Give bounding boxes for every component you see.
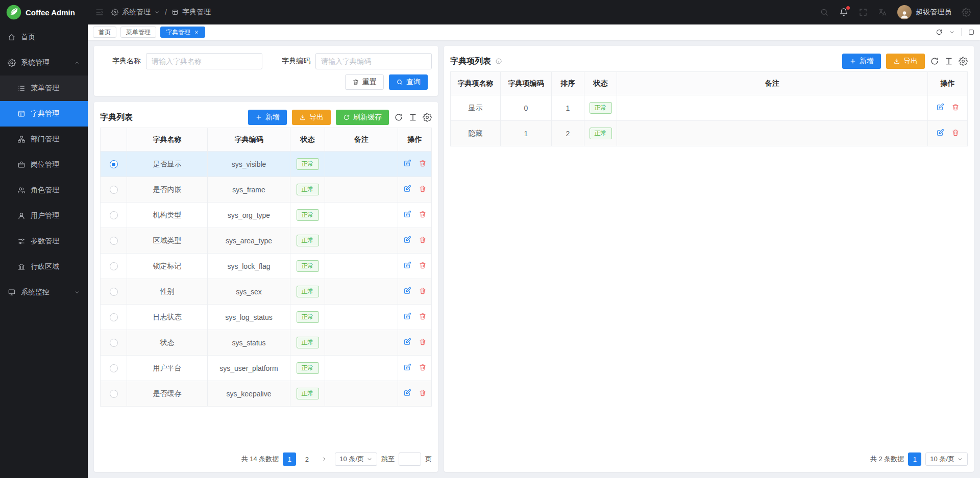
edit-icon[interactable] <box>403 287 411 295</box>
row-radio[interactable] <box>110 211 118 219</box>
sidebar-group-monitor[interactable]: 系统监控 <box>0 280 88 305</box>
tab-dict-mgmt[interactable]: 字典管理 <box>160 27 205 38</box>
row-radio[interactable] <box>110 313 118 321</box>
page-size-select[interactable]: 10 条/页 <box>335 452 377 466</box>
table-row[interactable]: 日志状态 sys_log_status 正常 <box>101 305 432 330</box>
table-row[interactable]: 锁定标记 sys_lock_flag 正常 <box>101 254 432 279</box>
page-button-1[interactable]: 1 <box>908 452 921 466</box>
page-button-2[interactable]: 2 <box>300 452 313 466</box>
delete-icon[interactable] <box>419 389 427 397</box>
row-radio[interactable] <box>110 186 118 194</box>
table-row[interactable]: 性别 sys_sex 正常 <box>101 279 432 305</box>
delete-icon[interactable] <box>419 261 427 269</box>
table-row[interactable]: 是否内嵌 sys_frame 正常 <box>101 177 432 203</box>
add-item-button[interactable]: 新增 <box>842 54 881 69</box>
page-size-select[interactable]: 10 条/页 <box>925 452 968 466</box>
refresh-table-icon[interactable] <box>930 57 939 66</box>
table-row[interactable]: 用户平台 sys_user_platform 正常 <box>101 356 432 381</box>
delete-icon[interactable] <box>419 338 427 346</box>
edit-icon[interactable] <box>403 338 411 346</box>
settings-gear-icon[interactable] <box>962 8 971 17</box>
refresh-icon[interactable] <box>936 29 943 36</box>
row-radio[interactable] <box>110 364 118 372</box>
edit-icon[interactable] <box>936 103 944 111</box>
row-radio[interactable] <box>110 160 118 168</box>
table-row[interactable]: 区域类型 sys_area_type 正常 <box>101 228 432 254</box>
sidebar-item-dept-mgmt[interactable]: 部门管理 <box>0 127 88 152</box>
content-maximize-icon[interactable] <box>968 29 975 36</box>
delete-icon[interactable] <box>419 210 427 218</box>
export-dict-button[interactable]: 导出 <box>292 110 331 125</box>
dict-code-input[interactable] <box>315 53 432 69</box>
row-radio[interactable] <box>110 288 118 296</box>
sidebar-item-post-mgmt[interactable]: 岗位管理 <box>0 152 88 178</box>
next-page-button[interactable] <box>317 452 331 466</box>
query-button[interactable]: 查询 <box>389 74 428 90</box>
edit-icon[interactable] <box>403 363 411 371</box>
sidebar-item-role-mgmt[interactable]: 角色管理 <box>0 178 88 203</box>
row-radio[interactable] <box>110 339 118 347</box>
delete-icon[interactable] <box>951 129 960 137</box>
info-icon[interactable] <box>495 58 502 65</box>
sidebar-item-menu-mgmt[interactable]: 菜单管理 <box>0 76 88 101</box>
edit-icon[interactable] <box>403 261 411 269</box>
delete-icon[interactable] <box>419 312 427 320</box>
sidebar-group-system[interactable]: 系统管理 <box>0 50 88 76</box>
sidebar-item-dict-mgmt[interactable]: 字典管理 <box>0 101 88 127</box>
add-dict-button[interactable]: 新增 <box>248 110 287 125</box>
column-header: 备注 <box>617 72 928 95</box>
edit-icon[interactable] <box>403 236 411 244</box>
column-header: 状态 <box>290 128 325 152</box>
delete-icon[interactable] <box>419 287 427 295</box>
row-radio[interactable] <box>110 237 118 245</box>
app-logo: Coffee Admin <box>0 0 88 24</box>
tab-close-icon[interactable] <box>193 29 200 35</box>
delete-icon[interactable] <box>419 363 427 371</box>
edit-icon[interactable] <box>403 312 411 320</box>
tab-menu-mgmt[interactable]: 菜单管理 <box>120 27 156 38</box>
search-icon[interactable] <box>820 8 829 17</box>
fullscreen-icon[interactable] <box>859 8 868 17</box>
edit-icon[interactable] <box>403 159 411 167</box>
sidebar-item-param-mgmt[interactable]: 参数管理 <box>0 229 88 254</box>
delete-icon[interactable] <box>419 159 427 167</box>
sidebar-group-label: 系统监控 <box>21 288 50 297</box>
table-settings-icon[interactable] <box>423 113 432 122</box>
jump-to-input[interactable] <box>399 452 421 466</box>
table-row[interactable]: 是否显示 sys_visible 正常 <box>101 152 432 177</box>
sidebar-collapse-icon[interactable] <box>95 8 104 17</box>
refresh-cache-button[interactable]: 刷新缓存 <box>336 110 389 125</box>
edit-icon[interactable] <box>936 129 944 137</box>
row-radio[interactable] <box>110 390 118 398</box>
edit-icon[interactable] <box>403 210 411 218</box>
table-row[interactable]: 隐藏 1 2 正常 <box>451 121 968 146</box>
table-settings-icon[interactable] <box>959 57 968 66</box>
row-radio[interactable] <box>110 262 118 270</box>
table-row[interactable]: 是否缓存 sys_keepalive 正常 <box>101 381 432 407</box>
chevron-down-icon[interactable] <box>154 9 160 15</box>
notifications-button[interactable] <box>839 8 848 17</box>
user-menu[interactable]: 超级管理员 <box>897 5 951 19</box>
tab-home[interactable]: 首页 <box>93 27 116 38</box>
page-button-1[interactable]: 1 <box>283 452 296 466</box>
sidebar-item-home[interactable]: 首页 <box>0 24 88 50</box>
table-row[interactable]: 机构类型 sys_org_type 正常 <box>101 203 432 228</box>
delete-icon[interactable] <box>419 236 427 244</box>
table-row[interactable]: 显示 0 1 正常 <box>451 95 968 121</box>
sidebar-item-region-mgmt[interactable]: 行政区域 <box>0 254 88 280</box>
reset-button[interactable]: 重置 <box>345 74 384 90</box>
column-setting-icon[interactable] <box>408 113 418 122</box>
export-item-button[interactable]: 导出 <box>886 54 925 69</box>
edit-icon[interactable] <box>403 185 411 193</box>
delete-icon[interactable] <box>419 185 427 193</box>
sidebar-item-user-mgmt[interactable]: 用户管理 <box>0 203 88 229</box>
table-row[interactable]: 状态 sys_status 正常 <box>101 330 432 356</box>
translate-icon[interactable] <box>878 8 887 17</box>
column-setting-icon[interactable] <box>944 57 953 66</box>
refresh-table-icon[interactable] <box>394 113 403 122</box>
dict-name-input[interactable] <box>146 53 262 69</box>
chevron-down-icon[interactable] <box>949 29 955 35</box>
breadcrumb-system[interactable]: 系统管理 <box>122 8 151 17</box>
delete-icon[interactable] <box>951 103 960 111</box>
edit-icon[interactable] <box>403 389 411 397</box>
